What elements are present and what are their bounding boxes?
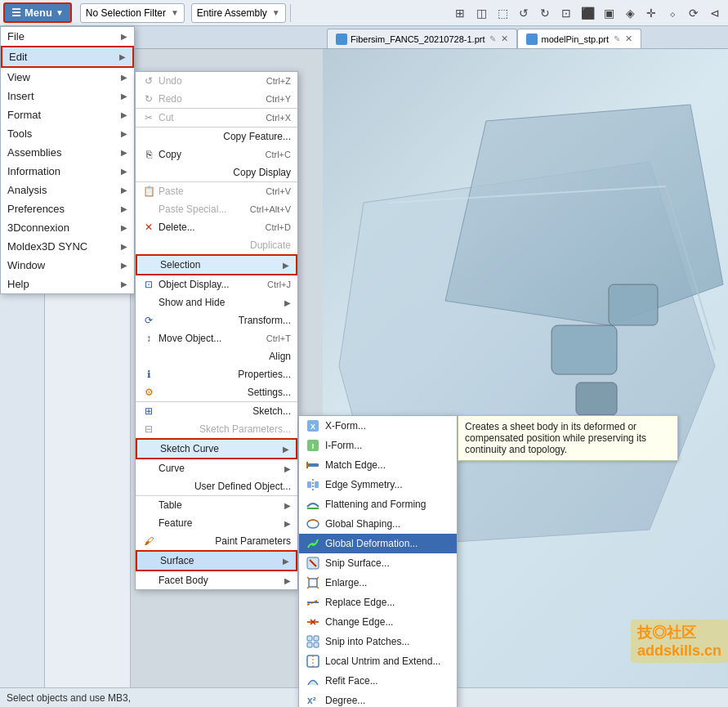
copy-icon: ⎘ [142,148,155,161]
svg-rect-15 [315,481,319,488]
menu-item-format[interactable]: Format ▶ [1,105,134,124]
menu-item-analysis[interactable]: Analysis ▶ [1,181,134,199]
edit-item-settings[interactable]: ⚙ Settings... [136,383,297,401]
toolbar-icon-11[interactable]: ⬦ [663,3,682,23]
surface-item-refit[interactable]: Refit Face... [299,671,457,691]
menu-button[interactable]: ☰ Menu ▼ [3,2,72,23]
toolbar-icon-4[interactable]: ↺ [514,3,534,23]
menu-item-edit-label: Edit [9,51,27,63]
edit-item-user-defined[interactable]: User Defined Object... [136,477,297,495]
edit-item-redo[interactable]: ↻ Redo Ctrl+Y [136,90,297,108]
edit-item-paste[interactable]: 📋 Paste Ctrl+V [136,181,297,200]
surface-item-snip-patches[interactable]: Snip into Patches... [299,632,457,651]
menu-item-preferences[interactable]: Preferences ▶ [1,199,134,218]
surface-item-global-deform[interactable]: Global Deformation... [299,534,457,553]
edit-sketch-curve-label: Sketch Curve [160,443,219,454]
surface-item-replace-edge[interactable]: Replace Edge... [299,593,457,612]
toolbar-icon-1[interactable]: ⊞ [450,3,470,23]
surface-item-degree[interactable]: x² Degree... [299,691,457,707]
edit-item-delete[interactable]: ✕ Delete... Ctrl+D [136,218,297,236]
surface-item-snip-surface[interactable]: Snip Surface... [299,553,457,573]
tab-modelpin-close[interactable]: ✕ [625,34,632,44]
surface-item-enlarge[interactable]: Enlarge... [299,573,457,593]
toolbar-icon-8[interactable]: ▣ [599,3,619,23]
surface-replace-edge-label: Replace Edge... [325,597,395,608]
surface-item-xform[interactable]: X X-Form... [299,416,457,436]
toolbar-icon-2[interactable]: ◫ [471,3,491,23]
enlarge-icon [306,575,320,590]
svg-rect-2 [552,325,617,374]
top-toolbar: ☰ Menu ▼ No Selection Filter ▼ Entire As… [0,0,728,26]
menu-item-window[interactable]: Window ▶ [1,256,134,275]
edit-item-surface[interactable]: Surface ▶ [136,550,297,571]
assembly-dropdown[interactable]: Entire Assembly ▼ [191,3,286,23]
edit-selection-arrow: ▶ [283,261,289,270]
edit-item-curve[interactable]: Curve ▶ [136,459,297,477]
edit-item-paste-special[interactable]: Paste Special... Ctrl+Alt+V [136,200,297,218]
edit-item-move-object[interactable]: ↕ Move Object... Ctrl+T [136,329,297,347]
edit-item-sketch[interactable]: ⊞ Sketch... [136,401,297,420]
edit-item-duplicate[interactable]: Duplicate [136,236,297,254]
edit-surface-label: Surface [160,555,194,566]
edit-item-paint-params[interactable]: 🖌 Paint Parameters [136,532,297,550]
edge-sym-icon [306,477,320,492]
edit-item-properties[interactable]: ℹ Properties... [136,365,297,383]
toolbar-icon-9[interactable]: ◈ [620,3,640,23]
svg-line-24 [316,577,319,579]
toolbar-icon-6[interactable]: ⊡ [556,3,576,23]
menu-item-edit[interactable]: Edit ▶ [1,46,134,68]
menu-item-3dconnexion[interactable]: 3Dconnexion ▶ [1,218,134,237]
surface-item-iform[interactable]: I I-Form... [299,436,457,455]
edit-item-sketch-curve[interactable]: Sketch Curve ▶ [136,438,297,459]
edit-item-copy-display[interactable]: Copy Display [136,163,297,181]
menu-item-view[interactable]: View ▶ [1,68,134,87]
menu-item-assemblies[interactable]: Assemblies ▶ [1,143,134,162]
edit-item-feature[interactable]: Feature ▶ [136,514,297,532]
menu-item-insert[interactable]: Insert ▶ [1,87,134,105]
toolbar-icon-12[interactable]: ⟳ [684,3,703,23]
undo-icon: ↺ [142,74,155,87]
menu-item-moldex-label: Moldex3D SYNC [7,240,87,253]
toolbar-icon-10[interactable]: ✛ [641,3,661,23]
edit-item-sketch-params[interactable]: ⊟ Sketch Parameters... [136,420,297,438]
edit-item-table[interactable]: Table ▶ [136,495,297,514]
svg-rect-30 [307,636,312,641]
edit-item-object-display[interactable]: ⊡ Object Display... Ctrl+J [136,275,297,293]
filter-dropdown[interactable]: No Selection Filter ▼ [80,3,185,23]
edit-item-cut[interactable]: ✂ Cut Ctrl+X [136,108,297,127]
surface-snip-patches-label: Snip into Patches... [325,636,409,647]
edit-item-copy[interactable]: ⎘ Copy Ctrl+C [136,145,297,163]
edit-item-align[interactable]: Align [136,347,297,365]
surface-item-edge-symmetry[interactable]: Edge Symmetry... [299,475,457,494]
surface-refit-label: Refit Face... [325,675,378,687]
toolbar-icon-3[interactable]: ⬚ [493,3,512,23]
menu-item-tools[interactable]: Tools ▶ [1,124,134,143]
menu-item-assemblies-arrow: ▶ [121,148,127,157]
surface-item-untrim[interactable]: Local Untrim and Extend... [299,651,457,671]
menu-item-file[interactable]: File ▶ [1,27,134,46]
edit-curve-label: Curve [159,463,185,474]
edit-item-facet-body[interactable]: Facet Body ▶ [136,571,297,589]
edit-item-copy-feature[interactable]: Copy Feature... [136,127,297,145]
tab-fibersim[interactable]: Fibersim_FANC5_20210728-1.prt ✎ ✕ [327,29,517,48]
menu-item-information[interactable]: Information ▶ [1,162,134,181]
toolbar-icon-5[interactable]: ↻ [535,3,555,23]
toolbar-icon-13[interactable]: ⊲ [705,3,725,23]
edit-item-undo[interactable]: ↺ Undo Ctrl+Z [136,72,297,90]
menu-item-help[interactable]: Help ▶ [1,275,134,293]
tab-fibersim-close[interactable]: ✕ [501,34,508,44]
surface-item-match-edge[interactable]: Match Edge... [299,455,457,475]
surface-item-change-edge[interactable]: Change Edge... [299,612,457,632]
surface-item-global-shaping[interactable]: Global Shaping... [299,514,457,534]
edit-redo-shortcut: Ctrl+Y [266,94,291,104]
edit-feature-label: Feature [159,517,192,529]
tab-modelpin[interactable]: modelPin_stp.prt ✎ ✕ [517,29,641,48]
edit-item-selection[interactable]: Selection ▶ [136,254,297,275]
degree-icon: x² [306,693,320,707]
edit-item-show-hide[interactable]: Show and Hide ▶ [136,293,297,311]
edit-item-transform[interactable]: ⟳ Transform... [136,311,297,329]
menu-item-moldex[interactable]: Moldex3D SYNC ▶ [1,237,134,256]
surface-item-flatten[interactable]: Flattening and Forming [299,494,457,514]
toolbar-icon-7[interactable]: ⬛ [578,3,597,23]
flatten-icon [306,497,320,512]
